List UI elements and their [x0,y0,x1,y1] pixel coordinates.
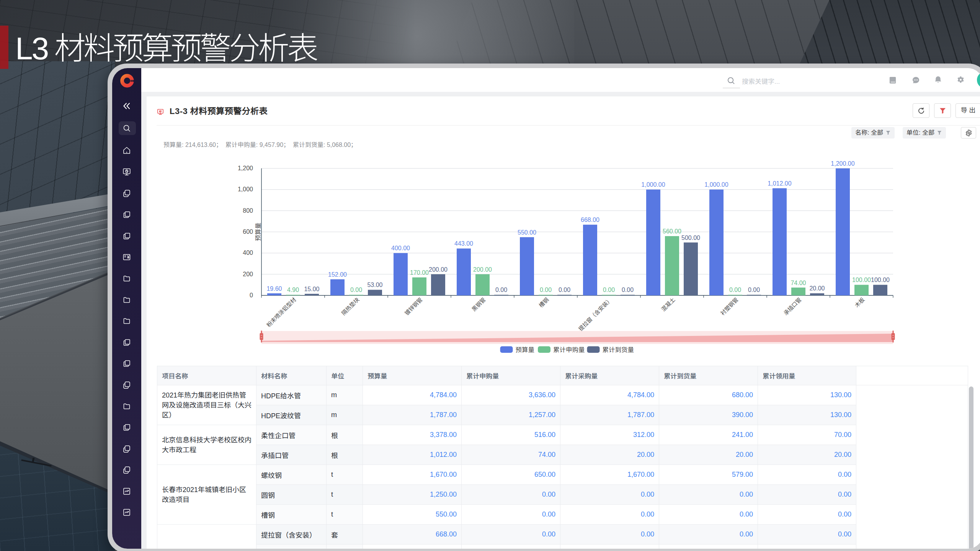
svg-text:0.00: 0.00 [350,287,362,293]
svg-text:提拉窗（含安装）: 提拉窗（含安装） [577,297,613,332]
svg-text:0.00: 0.00 [603,287,615,293]
svg-text:0.00: 0.00 [622,287,634,293]
svg-text:668.00: 668.00 [581,217,599,223]
svg-text:累计申购量: 累计申购量 [553,346,585,353]
svg-text:15.00: 15.00 [304,286,319,292]
svg-text:20.00: 20.00 [809,285,825,292]
svg-text:19.60: 19.60 [266,285,282,292]
svg-text:560.00: 560.00 [663,228,681,235]
svg-text:预算量: 预算量 [516,346,535,353]
svg-text:170.00: 170.00 [410,269,429,276]
svg-text:衬塑钢管: 衬塑钢管 [719,297,739,316]
svg-text:承插口管: 承插口管 [782,297,802,316]
svg-text:443.00: 443.00 [454,240,473,247]
svg-text:53.00: 53.00 [367,282,382,288]
svg-text:槽钢: 槽钢 [538,297,550,309]
svg-text:550.00: 550.00 [518,229,536,236]
svg-text:0.00: 0.00 [729,287,741,293]
svg-text:1,200: 1,200 [238,165,253,171]
svg-text:400.00: 400.00 [391,245,410,251]
svg-text:0.00: 0.00 [748,287,760,293]
svg-text:500.00: 500.00 [681,235,700,241]
svg-text:0.00: 0.00 [559,287,570,293]
svg-text:1,000.00: 1,000.00 [704,181,728,188]
svg-text:74.00: 74.00 [791,280,806,286]
svg-text:152.00: 152.00 [328,271,347,278]
svg-text:1,012.00: 1,012.00 [768,180,791,187]
svg-text:木板: 木板 [854,296,866,308]
svg-text:100.00: 100.00 [871,277,890,283]
svg-text:0.00: 0.00 [495,287,507,293]
svg-text:0: 0 [250,292,253,298]
svg-text:1,000: 1,000 [238,186,253,192]
svg-text:粉末喷涂铝型材: 粉末喷涂铝型材 [266,297,297,328]
svg-text:200.00: 200.00 [429,266,448,273]
svg-text:混凝土: 混凝土 [660,297,676,313]
svg-text:1,000.00: 1,000.00 [641,181,665,188]
svg-text:黑钢管: 黑钢管 [471,297,487,313]
svg-text:1,200.00: 1,200.00 [831,160,854,167]
svg-text:4.90: 4.90 [287,287,299,293]
svg-text:200.00: 200.00 [473,266,492,273]
svg-text:累计到货量: 累计到货量 [603,346,634,353]
svg-text:200: 200 [243,271,253,277]
svg-text:400: 400 [243,249,253,256]
svg-text:预算量: 预算量 [255,223,261,241]
svg-text:隔热垫块: 隔热垫块 [340,296,361,316]
svg-text:镀锌钢管: 镀锌钢管 [403,297,423,316]
svg-text:800: 800 [243,207,253,214]
svg-text:100.00: 100.00 [852,277,871,283]
svg-text:0.00: 0.00 [540,287,552,293]
svg-text:600: 600 [243,228,253,235]
